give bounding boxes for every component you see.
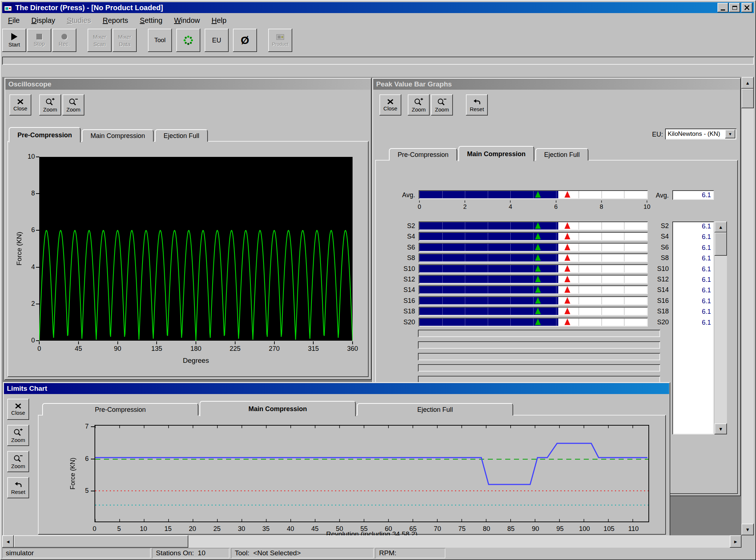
mdi-scroll-right-button[interactable]: ► — [730, 535, 741, 548]
osc-tab-ejection-full[interactable]: Ejection Full — [155, 129, 208, 142]
station-label: S4 — [392, 233, 415, 240]
limits-tab-strip: Pre-Compression Main Compression Ejectio… — [42, 400, 514, 415]
osc-y-tick — [36, 230, 39, 231]
limits-x-tick-label: 10 — [134, 525, 153, 533]
station-value: 6.1 — [673, 308, 711, 316]
mdi-scroll-left-button[interactable]: ◄ — [2, 535, 14, 548]
eu-button-label: EU — [212, 37, 221, 44]
mdi-horizontal-scrollbar[interactable]: ◄ ► — [2, 535, 741, 548]
limits-y-tick — [91, 459, 94, 459]
station-value: 6.1 — [673, 223, 711, 230]
start-button[interactable]: Start — [2, 29, 26, 52]
station-bar — [419, 232, 648, 241]
bar-tick — [442, 265, 443, 272]
menu-item-window[interactable]: Window — [168, 15, 206, 26]
peak-tab-pre-compression[interactable]: Pre-Compression — [389, 148, 457, 161]
osc-x-tick — [117, 341, 118, 344]
bar-tick — [533, 276, 534, 283]
limits-tab-main-compression[interactable]: Main Compression — [200, 401, 356, 416]
bar-tick — [465, 254, 465, 261]
oscilloscope-chart: 024681004590135180225270315360Force (KN)… — [4, 78, 371, 380]
bar-tick — [556, 318, 556, 326]
bar-tick — [465, 286, 465, 293]
osc-y-tick-label: 4 — [24, 263, 35, 271]
bar-tick — [533, 265, 534, 272]
maximize-button[interactable] — [729, 3, 740, 12]
tool-button[interactable]: Tool — [148, 29, 172, 52]
menu-item-file[interactable]: File — [2, 15, 25, 26]
peak-tab-ejection-full[interactable]: Ejection Full — [535, 148, 588, 161]
limits-tab-pre-compression[interactable]: Pre-Compression — [42, 403, 198, 415]
diameter-button[interactable]: Ø — [233, 29, 257, 52]
osc-y-tick — [36, 304, 39, 304]
osc-tab-strip: Pre-Compression Main Compression Ejectio… — [9, 126, 209, 142]
menu-item-display[interactable]: Display — [25, 15, 61, 26]
station-value-label: S4 — [644, 233, 669, 240]
station-value: 6.1 — [673, 287, 711, 294]
station-label: S12 — [392, 276, 415, 283]
osc-y-tick — [36, 157, 39, 157]
mdi-vertical-scroll-thumb[interactable] — [741, 89, 754, 108]
turret-button[interactable] — [176, 29, 200, 52]
bar-tick — [624, 308, 624, 315]
mdi-scroll-up-button[interactable]: ▲ — [741, 77, 754, 89]
osc-tab-main-compression[interactable]: Main Compression — [82, 129, 154, 142]
peak-scroll-thumb[interactable] — [715, 232, 727, 256]
osc-tab-pre-compression[interactable]: Pre-Compression — [9, 127, 81, 142]
mdi-scroll-down-button[interactable]: ▼ — [741, 524, 754, 535]
low-limit-marker — [535, 308, 541, 314]
status-stations: Stations On: 10 — [152, 548, 229, 558]
menu-item-help[interactable]: Help — [206, 15, 232, 26]
play-icon — [11, 33, 17, 40]
osc-x-tick — [352, 341, 353, 344]
limits-y-tick-label: 7 — [78, 423, 89, 430]
eu-button[interactable]: EU — [205, 29, 229, 52]
mdi-horizontal-scroll-thumb[interactable] — [14, 535, 188, 548]
bar-tick — [624, 286, 624, 293]
peak-tab-main-compression[interactable]: Main Compression — [458, 146, 534, 161]
bar-tick — [556, 297, 556, 304]
bar-tick — [602, 244, 602, 251]
bar-tick — [602, 318, 602, 326]
peak-axis-tick — [647, 200, 647, 203]
station-value: 6.1 — [673, 244, 711, 252]
minimize-button[interactable] — [717, 3, 728, 12]
station-value: 6.1 — [673, 255, 711, 262]
menu-item-reports[interactable]: Reports — [97, 15, 134, 26]
bar-tick — [488, 222, 488, 230]
menu-item-setting[interactable]: Setting — [134, 15, 168, 26]
record-icon — [61, 34, 67, 40]
peak-list-scrollbar[interactable]: ▲ ▼ — [715, 222, 727, 434]
osc-x-tick — [39, 341, 40, 344]
start-label: Start — [8, 41, 20, 48]
peak-axis-tick — [510, 200, 511, 203]
limits-x-tick-label: 90 — [526, 525, 544, 533]
bar-tick — [465, 308, 465, 315]
bar-tick — [442, 191, 443, 198]
limits-x-tick-label: 85 — [502, 525, 520, 533]
bar-tick — [533, 318, 534, 326]
peak-scroll-down-button[interactable]: ▼ — [715, 423, 727, 434]
bar-tick — [510, 276, 511, 283]
peak-scroll-up-button[interactable]: ▲ — [715, 222, 727, 232]
high-limit-marker — [564, 244, 570, 250]
limits-x-tick-label: 100 — [575, 525, 594, 533]
limits-tab-ejection-full[interactable]: Ejection Full — [357, 403, 513, 415]
window-title: The Director (Press) - [No Product Loade… — [15, 4, 717, 12]
avg-value-label: Avg. — [645, 192, 669, 199]
peak-axis-tick-label: 6 — [549, 203, 563, 211]
bar-tick — [602, 297, 602, 304]
limits-x-axis-title: Revolution (including 34.58.2) — [292, 530, 452, 535]
bar-tick — [579, 308, 579, 315]
bar-tick — [465, 191, 465, 198]
station-value-label: S14 — [644, 286, 669, 294]
mixer-scan-label-2: Scan — [93, 41, 106, 47]
station-value: 6.1 — [673, 297, 711, 305]
diameter-label: Ø — [241, 34, 249, 46]
limits-y-axis-title: Force (KN) — [69, 445, 78, 503]
bar-tick — [465, 244, 465, 251]
close-window-button[interactable] — [741, 3, 752, 12]
mdi-vertical-scrollbar[interactable]: ▲ ▼ — [741, 77, 754, 535]
empty-bar-row — [418, 330, 660, 337]
scrollbar-corner — [741, 535, 754, 548]
